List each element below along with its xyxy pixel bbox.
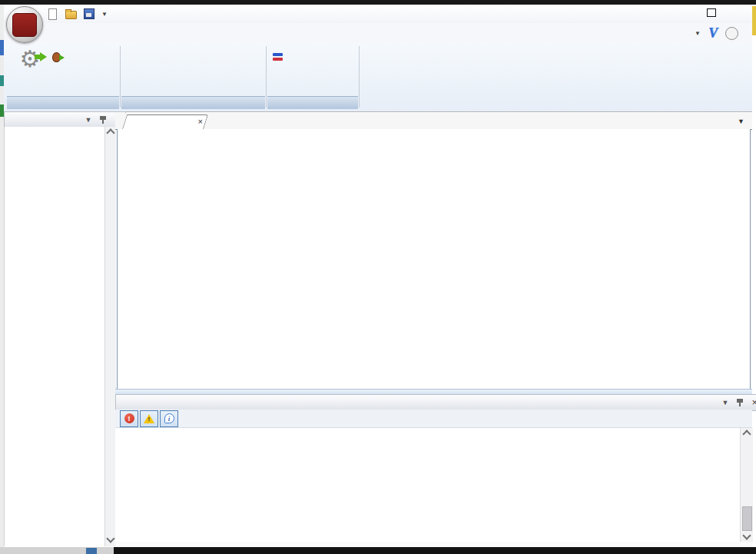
ribbon-group-caption-task bbox=[121, 96, 265, 109]
info-icon[interactable] bbox=[725, 27, 738, 40]
ribbon-group-caption-run bbox=[7, 96, 119, 109]
messages-menu-caret-icon[interactable]: ▼ bbox=[721, 399, 728, 406]
style-caret-icon[interactable]: ▼ bbox=[695, 30, 701, 37]
tasklist-menu-caret-icon[interactable]: ▼ bbox=[85, 116, 91, 124]
ribbon: ⚙ bbox=[4, 43, 752, 112]
open-folder-icon[interactable] bbox=[65, 8, 77, 20]
tasklist-body bbox=[4, 127, 105, 546]
window-controls bbox=[678, 5, 745, 19]
document-tab-bar: × ▼ bbox=[115, 113, 752, 130]
tasklist-scrollbar[interactable] bbox=[104, 127, 116, 546]
filter-error-button[interactable]: ! bbox=[120, 410, 138, 427]
save-icon[interactable] bbox=[83, 8, 95, 20]
messages-log bbox=[115, 428, 740, 542]
menu-bar: ▼ V bbox=[4, 23, 752, 43]
menu-bar-right: ▼ V bbox=[687, 25, 738, 41]
background-window-strip-bottom bbox=[114, 547, 756, 554]
messages-scrollbar[interactable] bbox=[740, 428, 753, 542]
tab-list-caret-icon[interactable]: ▼ bbox=[738, 118, 744, 125]
background-fragment-blue bbox=[86, 548, 97, 554]
app-menu-button[interactable] bbox=[6, 6, 43, 43]
messages-pin-icon[interactable] bbox=[736, 398, 744, 407]
error-icon: ! bbox=[124, 413, 134, 423]
workflow-settings-button[interactable] bbox=[272, 49, 287, 65]
ribbon-group-run: ⚙ bbox=[7, 45, 119, 110]
tasklist-pin-icon[interactable] bbox=[99, 115, 107, 124]
run-gear-icon: ⚙ bbox=[12, 46, 48, 72]
messages-header: ▼ × bbox=[115, 394, 756, 411]
debug-run-button[interactable] bbox=[51, 49, 67, 65]
title-bar bbox=[4, 5, 752, 23]
maximize-button[interactable] bbox=[707, 8, 716, 17]
background-fragment-right bbox=[752, 6, 756, 35]
toolbar-options-caret-icon[interactable]: ▼ bbox=[101, 11, 108, 18]
document-tab[interactable]: × bbox=[124, 114, 204, 129]
filter-warning-button[interactable] bbox=[140, 410, 158, 427]
ribbon-group-settings bbox=[267, 45, 358, 110]
messages-close-icon[interactable]: × bbox=[751, 398, 756, 407]
application-window: ▼ ▼ V ⚙ bbox=[0, 0, 756, 554]
quick-access-toolbar: ▼ bbox=[46, 7, 108, 21]
ribbon-group-task bbox=[121, 45, 265, 110]
tasklist-header: ▼ × bbox=[4, 111, 126, 128]
messages-toolbar: ! i bbox=[115, 410, 752, 428]
workflow-canvas[interactable] bbox=[117, 129, 751, 390]
run-button[interactable]: ⚙ bbox=[12, 46, 48, 94]
brand-v-icon: V bbox=[708, 25, 718, 41]
workflow-settings-icon bbox=[272, 51, 284, 63]
document-tab-close-icon[interactable]: × bbox=[198, 117, 203, 126]
messages-bottom-spacer bbox=[115, 542, 752, 547]
new-document-icon[interactable] bbox=[46, 8, 58, 20]
app-logo bbox=[12, 13, 37, 37]
ribbon-group-caption-settings bbox=[267, 96, 358, 109]
warning-icon bbox=[144, 414, 154, 423]
filter-info-button[interactable]: i bbox=[160, 410, 178, 427]
debug-bug-icon bbox=[51, 51, 64, 63]
info-bubble-icon: i bbox=[164, 413, 174, 423]
